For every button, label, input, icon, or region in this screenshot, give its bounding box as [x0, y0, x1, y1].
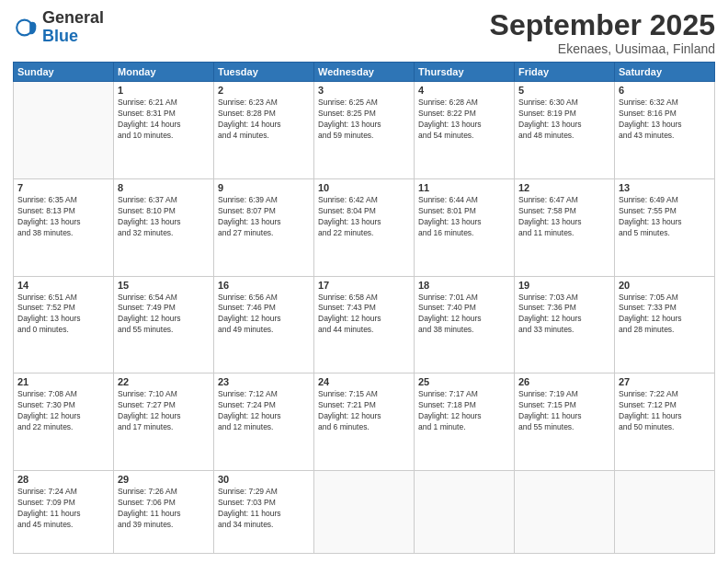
calendar-cell [615, 470, 715, 553]
day-number: 2 [218, 85, 310, 96]
location: Ekenaes, Uusimaa, Finland [490, 41, 715, 56]
calendar-cell: 20Sunrise: 7:05 AM Sunset: 7:33 PM Dayli… [615, 276, 715, 373]
day-info: Sunrise: 6:54 AM Sunset: 7:49 PM Dayligh… [118, 293, 210, 337]
day-info: Sunrise: 7:01 AM Sunset: 7:40 PM Dayligh… [418, 293, 510, 337]
calendar-cell: 17Sunrise: 6:58 AM Sunset: 7:43 PM Dayli… [314, 276, 415, 373]
calendar-cell: 4Sunrise: 6:28 AM Sunset: 8:22 PM Daylig… [415, 82, 515, 179]
logo-general-text: General [42, 8, 104, 27]
day-number: 13 [619, 182, 711, 193]
logo: General Blue [13, 9, 104, 46]
day-number: 15 [118, 280, 210, 291]
calendar-week-1: 1Sunrise: 6:21 AM Sunset: 8:31 PM Daylig… [14, 82, 715, 179]
logo-blue-text: Blue [42, 27, 78, 45]
day-info: Sunrise: 7:10 AM Sunset: 7:27 PM Dayligh… [118, 389, 210, 433]
calendar-cell: 26Sunrise: 7:19 AM Sunset: 7:15 PM Dayli… [515, 373, 615, 471]
calendar-cell [415, 470, 515, 553]
weekday-header-saturday: Saturday [615, 63, 715, 82]
calendar-cell: 13Sunrise: 6:49 AM Sunset: 7:55 PM Dayli… [615, 178, 715, 276]
day-info: Sunrise: 7:03 AM Sunset: 7:36 PM Dayligh… [518, 293, 610, 337]
day-number: 29 [118, 474, 210, 485]
calendar-cell: 21Sunrise: 7:08 AM Sunset: 7:30 PM Dayli… [14, 373, 114, 471]
day-info: Sunrise: 7:05 AM Sunset: 7:33 PM Dayligh… [619, 293, 711, 337]
calendar-cell [14, 82, 114, 179]
title-block: September 2025 Ekenaes, Uusimaa, Finland [490, 9, 715, 56]
day-number: 20 [619, 280, 711, 291]
weekday-header-monday: Monday [114, 63, 214, 82]
day-info: Sunrise: 6:58 AM Sunset: 7:43 PM Dayligh… [318, 293, 410, 337]
calendar-cell: 25Sunrise: 7:17 AM Sunset: 7:18 PM Dayli… [415, 373, 515, 471]
calendar-cell: 24Sunrise: 7:15 AM Sunset: 7:21 PM Dayli… [314, 373, 415, 471]
weekday-header-row: SundayMondayTuesdayWednesdayThursdayFrid… [14, 63, 715, 82]
day-info: Sunrise: 7:17 AM Sunset: 7:18 PM Dayligh… [418, 389, 510, 433]
day-number: 10 [318, 182, 410, 193]
day-info: Sunrise: 6:23 AM Sunset: 8:28 PM Dayligh… [218, 98, 310, 142]
day-number: 9 [218, 182, 310, 193]
calendar-cell: 27Sunrise: 7:22 AM Sunset: 7:12 PM Dayli… [615, 373, 715, 471]
day-info: Sunrise: 6:49 AM Sunset: 7:55 PM Dayligh… [619, 195, 711, 239]
calendar-cell: 9Sunrise: 6:39 AM Sunset: 8:07 PM Daylig… [214, 178, 314, 276]
day-info: Sunrise: 7:26 AM Sunset: 7:06 PM Dayligh… [118, 487, 210, 531]
month-title: September 2025 [490, 9, 715, 41]
day-number: 7 [17, 182, 109, 193]
day-info: Sunrise: 6:37 AM Sunset: 8:10 PM Dayligh… [118, 195, 210, 239]
calendar-cell: 22Sunrise: 7:10 AM Sunset: 7:27 PM Dayli… [114, 373, 214, 471]
day-number: 1 [118, 85, 210, 96]
day-info: Sunrise: 6:47 AM Sunset: 7:58 PM Dayligh… [518, 195, 610, 239]
calendar-cell: 28Sunrise: 7:24 AM Sunset: 7:09 PM Dayli… [14, 470, 114, 553]
day-number: 11 [418, 182, 510, 193]
calendar-week-3: 14Sunrise: 6:51 AM Sunset: 7:52 PM Dayli… [14, 276, 715, 373]
calendar-table: SundayMondayTuesdayWednesdayThursdayFrid… [13, 62, 715, 554]
calendar-cell: 19Sunrise: 7:03 AM Sunset: 7:36 PM Dayli… [515, 276, 615, 373]
day-number: 17 [318, 280, 410, 291]
calendar-cell: 10Sunrise: 6:42 AM Sunset: 8:04 PM Dayli… [314, 178, 415, 276]
day-number: 8 [118, 182, 210, 193]
calendar-cell [515, 470, 615, 553]
day-number: 28 [17, 474, 109, 485]
calendar-cell: 7Sunrise: 6:35 AM Sunset: 8:13 PM Daylig… [14, 178, 114, 276]
day-number: 6 [619, 85, 711, 96]
weekday-header-sunday: Sunday [14, 63, 114, 82]
day-number: 19 [518, 280, 610, 291]
calendar-cell: 16Sunrise: 6:56 AM Sunset: 7:46 PM Dayli… [214, 276, 314, 373]
calendar-cell: 14Sunrise: 6:51 AM Sunset: 7:52 PM Dayli… [14, 276, 114, 373]
day-info: Sunrise: 7:19 AM Sunset: 7:15 PM Dayligh… [518, 389, 610, 433]
day-info: Sunrise: 7:29 AM Sunset: 7:03 PM Dayligh… [218, 487, 310, 531]
day-info: Sunrise: 6:56 AM Sunset: 7:46 PM Dayligh… [218, 293, 310, 337]
day-number: 30 [218, 474, 310, 485]
day-number: 14 [17, 280, 109, 291]
day-info: Sunrise: 6:51 AM Sunset: 7:52 PM Dayligh… [17, 293, 109, 337]
day-info: Sunrise: 6:32 AM Sunset: 8:16 PM Dayligh… [619, 98, 711, 142]
day-info: Sunrise: 6:44 AM Sunset: 8:01 PM Dayligh… [418, 195, 510, 239]
calendar-week-5: 28Sunrise: 7:24 AM Sunset: 7:09 PM Dayli… [14, 470, 715, 553]
day-number: 21 [17, 376, 109, 387]
calendar-cell: 11Sunrise: 6:44 AM Sunset: 8:01 PM Dayli… [415, 178, 515, 276]
day-number: 23 [218, 376, 310, 387]
calendar-cell [314, 470, 415, 553]
calendar-cell: 1Sunrise: 6:21 AM Sunset: 8:31 PM Daylig… [114, 82, 214, 179]
day-number: 5 [518, 85, 610, 96]
day-info: Sunrise: 6:42 AM Sunset: 8:04 PM Dayligh… [318, 195, 410, 239]
day-number: 4 [418, 85, 510, 96]
calendar-cell: 15Sunrise: 6:54 AM Sunset: 7:49 PM Dayli… [114, 276, 214, 373]
calendar-cell: 5Sunrise: 6:30 AM Sunset: 8:19 PM Daylig… [515, 82, 615, 179]
day-info: Sunrise: 6:30 AM Sunset: 8:19 PM Dayligh… [518, 98, 610, 142]
day-number: 3 [318, 85, 410, 96]
day-number: 24 [318, 376, 410, 387]
calendar-cell: 30Sunrise: 7:29 AM Sunset: 7:03 PM Dayli… [214, 470, 314, 553]
calendar-cell: 2Sunrise: 6:23 AM Sunset: 8:28 PM Daylig… [214, 82, 314, 179]
day-info: Sunrise: 7:12 AM Sunset: 7:24 PM Dayligh… [218, 389, 310, 433]
weekday-header-thursday: Thursday [415, 63, 515, 82]
calendar-cell: 29Sunrise: 7:26 AM Sunset: 7:06 PM Dayli… [114, 470, 214, 553]
weekday-header-wednesday: Wednesday [314, 63, 415, 82]
day-info: Sunrise: 7:22 AM Sunset: 7:12 PM Dayligh… [619, 389, 711, 433]
calendar-week-4: 21Sunrise: 7:08 AM Sunset: 7:30 PM Dayli… [14, 373, 715, 471]
day-info: Sunrise: 6:21 AM Sunset: 8:31 PM Dayligh… [118, 98, 210, 142]
day-number: 26 [518, 376, 610, 387]
day-number: 12 [518, 182, 610, 193]
calendar-cell: 23Sunrise: 7:12 AM Sunset: 7:24 PM Dayli… [214, 373, 314, 471]
day-number: 25 [418, 376, 510, 387]
calendar-cell: 3Sunrise: 6:25 AM Sunset: 8:25 PM Daylig… [314, 82, 415, 179]
calendar-cell: 6Sunrise: 6:32 AM Sunset: 8:16 PM Daylig… [615, 82, 715, 179]
day-info: Sunrise: 7:08 AM Sunset: 7:30 PM Dayligh… [17, 389, 109, 433]
calendar-cell: 12Sunrise: 6:47 AM Sunset: 7:58 PM Dayli… [515, 178, 615, 276]
